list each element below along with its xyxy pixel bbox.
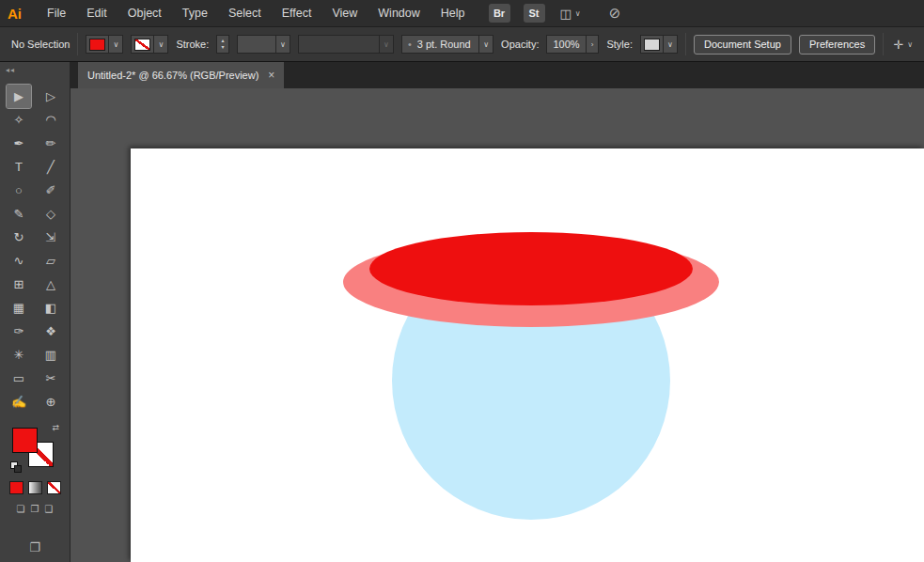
fill-color-dropdown[interactable]: ∨ (86, 35, 123, 54)
menu-object[interactable]: Object (117, 0, 172, 26)
arrange-documents-button[interactable]: ◫ ∨ (560, 7, 581, 21)
width-tool[interactable]: ∿ (7, 249, 31, 273)
line-segment-tool[interactable]: ╱ (39, 155, 63, 179)
canvas[interactable] (70, 88, 924, 562)
stock-button[interactable]: St (524, 4, 545, 23)
eraser-tool[interactable]: ◇ (39, 202, 63, 226)
column-graph-tool[interactable]: ▥ (39, 343, 63, 367)
screen-mode-icon[interactable]: ❐ (29, 540, 40, 554)
zoom-tool[interactable]: ⊕ (39, 390, 63, 414)
brush-definition-value: 3 pt. Round (417, 39, 478, 50)
blend-tool[interactable]: ❖ (39, 320, 63, 343)
stepper-up-icon[interactable]: ▴ (222, 38, 225, 44)
none-button[interactable] (47, 481, 61, 494)
direct-selection-tool[interactable]: ▷ (39, 85, 63, 108)
chevron-down-icon: ∨ (379, 36, 393, 53)
type-tool[interactable]: T (7, 155, 31, 179)
fill-stroke-widget: ⇄ (10, 423, 59, 470)
menu-select[interactable]: Select (218, 0, 272, 26)
document-setup-button[interactable]: Document Setup (694, 35, 791, 55)
preferences-button[interactable]: Preferences (799, 35, 875, 55)
fill-swatch[interactable] (12, 428, 38, 453)
pencil-tool[interactable]: ✎ (7, 202, 31, 226)
stroke-weight-dropdown[interactable]: ∨ (237, 35, 290, 54)
chevron-down-icon: ∨ (153, 36, 167, 53)
default-fill-stroke-icon[interactable] (10, 461, 22, 473)
artboard-tool[interactable]: ▭ (7, 367, 31, 390)
style-dropdown[interactable]: ∨ (640, 35, 678, 54)
brush-preview-icon: • (402, 39, 417, 50)
stroke-color-dropdown[interactable]: ∨ (131, 35, 168, 54)
document-area: Untitled-2* @ 66.67% (RGB/Preview) × (70, 62, 924, 562)
arrange-documents-icon: ◫ (560, 7, 572, 21)
menu-effect[interactable]: Effect (272, 0, 322, 26)
opacity-field[interactable]: 100% › (546, 35, 599, 54)
symbol-sprayer-tool[interactable]: ✳ (7, 343, 31, 367)
separator (77, 33, 78, 55)
illustrator-logo-icon: Ai (8, 6, 22, 22)
swap-fill-stroke-icon[interactable]: ⇄ (52, 423, 59, 432)
perspective-grid-tool[interactable]: △ (39, 273, 63, 296)
chevron-down-icon: ∨ (575, 9, 581, 18)
menu-edit[interactable]: Edit (76, 0, 117, 26)
artboard[interactable] (131, 148, 924, 562)
illustrator-window: Ai File Edit Object Type Select Effect V… (0, 0, 924, 562)
eyedropper-tool[interactable]: ✑ (7, 320, 31, 343)
stroke-weight-stepper[interactable]: ▴ ▾ (216, 35, 229, 54)
gradient-tool[interactable]: ◧ (39, 296, 63, 320)
draw-behind-icon[interactable]: ❐ (31, 504, 39, 514)
rotate-tool[interactable]: ↻ (7, 226, 31, 249)
hand-tool[interactable]: ✍ (7, 390, 31, 414)
opacity-label[interactable]: Opacity: (501, 39, 539, 50)
crown-shape[interactable] (369, 232, 693, 305)
menu-help[interactable]: Help (431, 0, 476, 26)
free-transform-tool[interactable]: ▱ (39, 249, 63, 273)
chevron-down-icon: ∨ (907, 40, 913, 49)
menu-type[interactable]: Type (172, 0, 218, 26)
control-bar: No Selection ∨ ∨ Stroke: ▴ ▾ ∨ ∨ • 3 pt.… (0, 26, 924, 62)
scale-tool[interactable]: ⇲ (39, 226, 63, 249)
chevron-down-icon: ∨ (108, 36, 122, 53)
color-type-row (9, 481, 61, 494)
menu-view[interactable]: View (321, 0, 368, 26)
artwork (131, 148, 924, 562)
workspace-dropdown[interactable]: ✛ ∨ (893, 38, 913, 52)
mesh-tool[interactable]: ▦ (7, 296, 31, 320)
variable-width-profile-dropdown: ∨ (298, 35, 394, 54)
stroke-weight-label[interactable]: Stroke: (176, 39, 209, 50)
menu-file[interactable]: File (37, 0, 76, 26)
draw-normal-icon[interactable]: ❏ (17, 504, 25, 514)
document-tab-title: Untitled-2* @ 66.67% (RGB/Preview) (87, 70, 258, 81)
close-tab-icon[interactable]: × (268, 69, 274, 82)
chevron-down-icon: ∨ (478, 36, 493, 53)
document-tab[interactable]: Untitled-2* @ 66.67% (RGB/Preview) × (78, 62, 284, 88)
main-area: ◂◂ ▶ ▷ ✧ ◠ ✒ ✏ T ╱ ○ ✐ ✎ ◇ ↻ ⇲ ∿ ▱ ⊞ △ ▦ (0, 62, 924, 562)
paintbrush-tool[interactable]: ✐ (39, 179, 63, 202)
chevron-down-icon: ∨ (275, 36, 290, 53)
gradient-button[interactable] (28, 481, 42, 494)
bridge-button[interactable]: Br (489, 4, 510, 23)
tools-panel: ◂◂ ▶ ▷ ✧ ◠ ✒ ✏ T ╱ ○ ✐ ✎ ◇ ↻ ⇲ ∿ ▱ ⊞ △ ▦ (0, 62, 70, 562)
shape-builder-tool[interactable]: ⊞ (7, 273, 31, 296)
curvature-tool[interactable]: ✏ (39, 132, 63, 155)
separator (685, 33, 686, 55)
collapse-panel-icon[interactable]: ◂◂ (0, 62, 70, 85)
slice-tool[interactable]: ✂ (39, 367, 63, 390)
stepper-down-icon[interactable]: ▾ (222, 44, 225, 51)
stroke-none-swatch (134, 39, 150, 51)
brush-definition-dropdown[interactable]: • 3 pt. Round ∨ (401, 35, 493, 54)
opacity-value: 100% (547, 39, 585, 50)
menu-window[interactable]: Window (368, 0, 430, 26)
color-button[interactable] (9, 481, 23, 494)
lasso-tool[interactable]: ◠ (39, 108, 63, 132)
fill-color-swatch (89, 39, 105, 51)
style-swatch (644, 39, 660, 51)
draw-inside-icon[interactable]: ❑ (44, 504, 53, 514)
pen-tool[interactable]: ✒ (7, 132, 31, 155)
sync-icon[interactable]: ⊘ (609, 5, 621, 22)
workspace-icon: ✛ (893, 38, 903, 52)
ellipse-tool[interactable]: ○ (7, 179, 31, 202)
document-tab-bar: Untitled-2* @ 66.67% (RGB/Preview) × (70, 62, 924, 88)
magic-wand-tool[interactable]: ✧ (7, 108, 31, 132)
selection-tool[interactable]: ▶ (7, 85, 31, 108)
